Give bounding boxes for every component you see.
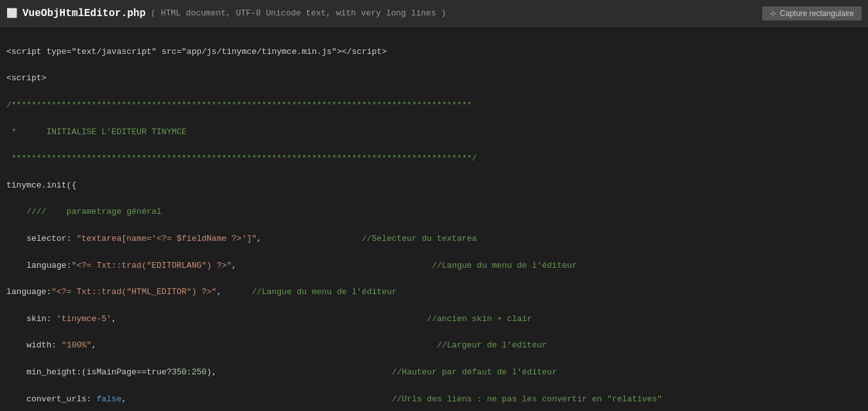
- title-left: ⬜ VueObjHtmlEditor.php ( HTML document, …: [6, 8, 446, 19]
- capture-button[interactable]: ⊹ Capture rectangulaire: [762, 6, 862, 21]
- capture-label: Capture rectangulaire: [780, 9, 854, 18]
- file-subtitle: ( HTML document, UTF-8 Unicode text, wit…: [151, 8, 446, 18]
- title-bar: ⬜ VueObjHtmlEditor.php ( HTML document, …: [0, 0, 868, 27]
- code-editor[interactable]: <script type="text/javascript" src="app/…: [0, 27, 868, 411]
- file-icon: ⬜: [6, 8, 17, 19]
- file-title: VueObjHtmlEditor.php: [22, 8, 146, 19]
- capture-icon: ⊹: [770, 9, 776, 18]
